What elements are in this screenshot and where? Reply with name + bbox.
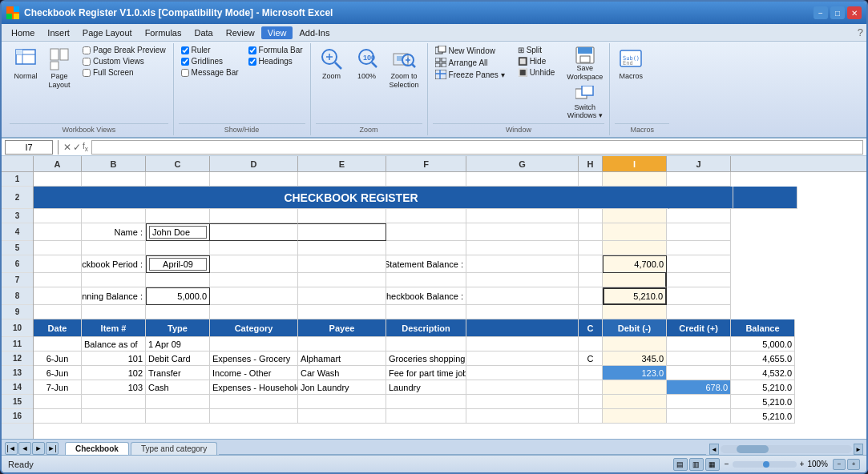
cell-d12-cat[interactable]: Expenses - Grocery: [210, 351, 298, 366]
new-window-button[interactable]: New Window: [433, 45, 507, 56]
menu-review[interactable]: Review: [220, 26, 261, 39]
cell-a14-date[interactable]: 7-Jun: [34, 380, 82, 395]
cell-i14-debit[interactable]: [603, 380, 667, 395]
row-header-16[interactable]: 16: [2, 409, 33, 424]
row-header-4[interactable]: 4: [2, 223, 33, 241]
cell-c16[interactable]: [146, 409, 210, 424]
row-header-14[interactable]: 14: [2, 380, 33, 395]
cell-e8[interactable]: [298, 287, 386, 305]
maximize-button[interactable]: □: [830, 6, 845, 19]
cell-e9[interactable]: [298, 305, 386, 319]
cell-j5[interactable]: [667, 241, 731, 255]
cell-b1[interactable]: [82, 172, 146, 187]
cell-h10-c-header[interactable]: C: [579, 319, 603, 337]
cell-g12[interactable]: [466, 351, 579, 366]
cell-c4-name-value[interactable]: John Doe: [146, 223, 210, 241]
cell-a12-date[interactable]: 6-Jun: [34, 351, 82, 366]
full-screen-button[interactable]: Full Screen: [80, 67, 168, 78]
cell-k12-balance[interactable]: 4,655.0: [731, 351, 795, 366]
cell-c12-type[interactable]: Debit Card: [146, 351, 210, 366]
cell-j4[interactable]: [667, 223, 731, 241]
cell-i3[interactable]: [603, 209, 667, 223]
cell-f16[interactable]: [386, 409, 466, 424]
cell-f15[interactable]: [386, 395, 466, 409]
cell-b15[interactable]: [82, 395, 146, 409]
cell-g5[interactable]: [466, 241, 579, 255]
message-bar-check[interactable]: [181, 69, 189, 77]
row-header-15[interactable]: 15: [2, 395, 33, 409]
scroll-right-button[interactable]: ►: [854, 444, 863, 455]
cell-h7[interactable]: [579, 273, 603, 287]
normal-button[interactable]: Normal: [10, 45, 42, 82]
cell-i4[interactable]: [603, 223, 667, 241]
page-break-preview-button[interactable]: Page Break Preview: [80, 45, 168, 55]
cell-a10-date-header[interactable]: Date: [34, 319, 82, 337]
cell-e4-name-end[interactable]: [298, 223, 386, 241]
next-sheet-button[interactable]: ►: [32, 442, 45, 455]
cell-f14-desc[interactable]: Laundry: [386, 380, 466, 395]
cell-b3[interactable]: [82, 209, 146, 223]
cell-c7[interactable]: [146, 273, 210, 287]
cell-a16[interactable]: [34, 409, 82, 424]
cell-g1[interactable]: [466, 172, 579, 187]
cell-h16[interactable]: [579, 409, 603, 424]
cell-d6[interactable]: [210, 255, 298, 273]
cell-d5[interactable]: [210, 241, 298, 255]
cell-j3[interactable]: [667, 209, 731, 223]
cell-g7[interactable]: [466, 273, 579, 287]
row-header-6[interactable]: 6: [2, 255, 33, 273]
save-workspace-button[interactable]: SaveWorkspace: [565, 45, 604, 83]
cell-d16[interactable]: [210, 409, 298, 424]
cell-k13-balance[interactable]: 4,532.0: [731, 366, 795, 380]
cell-d15[interactable]: [210, 395, 298, 409]
cell-g10-extra-header[interactable]: [466, 319, 579, 337]
cell-c9[interactable]: [146, 305, 210, 319]
cell-h12-c[interactable]: C: [579, 351, 603, 366]
cell-k15-balance[interactable]: 5,210.0: [731, 395, 795, 409]
col-header-c[interactable]: C: [146, 156, 210, 171]
cell-g15[interactable]: [466, 395, 579, 409]
message-bar-button[interactable]: Message Bar: [179, 67, 241, 78]
first-sheet-button[interactable]: |◄: [5, 442, 18, 455]
cell-j13-credit[interactable]: [667, 366, 731, 380]
full-screen-check[interactable]: [83, 69, 91, 77]
cell-g9[interactable]: [466, 305, 579, 319]
row-header-9[interactable]: 9: [2, 305, 33, 319]
col-header-b[interactable]: B: [82, 156, 146, 171]
cell-c6-period-value[interactable]: April-09: [146, 255, 210, 273]
col-header-d[interactable]: D: [210, 156, 298, 171]
cell-e13-payee[interactable]: Car Wash: [298, 366, 386, 380]
zoom-button[interactable]: Zoom: [316, 45, 348, 82]
menu-data[interactable]: Data: [188, 26, 219, 39]
gridlines-check[interactable]: [181, 58, 189, 66]
cell-e12-payee[interactable]: Alphamart: [298, 351, 386, 366]
horizontal-scrollbar[interactable]: ◄ ►: [706, 444, 866, 455]
cell-g3[interactable]: [466, 209, 579, 223]
row-header-3[interactable]: 3: [2, 209, 33, 223]
cell-b7[interactable]: [82, 273, 146, 287]
headings-button[interactable]: Headings: [246, 56, 305, 66]
cell-f4[interactable]: [386, 223, 466, 241]
cell-c1[interactable]: [146, 172, 210, 187]
ruler-check[interactable]: [181, 46, 189, 54]
cell-a3[interactable]: [34, 209, 82, 223]
cell-h6[interactable]: [579, 255, 603, 273]
cell-e11[interactable]: [298, 337, 386, 351]
row-header-10[interactable]: 10: [2, 319, 33, 337]
cancel-formula-icon[interactable]: ✕: [63, 142, 71, 153]
split-button[interactable]: ⊞ Split: [515, 45, 558, 55]
formula-bar-check[interactable]: [248, 46, 256, 54]
macros-button[interactable]: Sub() End Macros: [615, 45, 647, 82]
zoom-handle[interactable]: [763, 461, 769, 468]
cell-f6-stmt-label[interactable]: Statement Balance :: [386, 255, 466, 273]
menu-addins[interactable]: Add-Ins: [293, 26, 336, 39]
ruler-button[interactable]: Ruler: [179, 45, 241, 55]
cell-f10-desc-header[interactable]: Description: [386, 319, 466, 337]
cell-i16[interactable]: [603, 409, 667, 424]
cell-j15[interactable]: [667, 395, 731, 409]
gridlines-button[interactable]: Gridlines: [179, 56, 241, 66]
zoom-track[interactable]: [733, 461, 797, 468]
cell-d10-cat-header[interactable]: Category: [210, 319, 298, 337]
cell-h13-c[interactable]: [579, 366, 603, 380]
close-button[interactable]: ✕: [847, 6, 862, 19]
